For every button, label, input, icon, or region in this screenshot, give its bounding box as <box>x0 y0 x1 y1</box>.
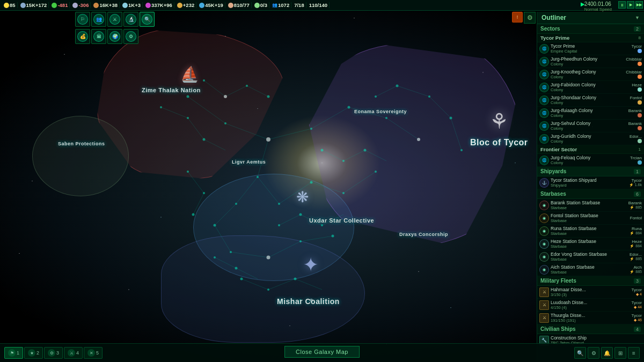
bottom-tab-1[interactable]: ⚑ 1 <box>4 347 23 359</box>
planet-jurg-sehvul[interactable]: 🌐 Jurg-Sehvul Colony Colony Barank <box>537 120 644 132</box>
shipyards-section-header[interactable]: Shipyards 1 <box>537 167 644 176</box>
bottom-tab-4[interactable]: ⚔ 4 <box>64 347 83 359</box>
fleet-thuurgla[interactable]: ⚔ Thuurgla Disse... 191/150 (191) Tycor … <box>537 312 644 324</box>
toolbar2-btn-3[interactable]: 🌍 <box>107 29 122 44</box>
toolbar2-btn-4[interactable]: ⚙ <box>123 29 138 44</box>
outliner-title: Outliner <box>541 14 566 21</box>
svg-point-77 <box>299 213 302 216</box>
planet-jurg-shondaar[interactable]: 🌐 Jurg-Shondaar Colony Colony Fontol <box>537 94 644 107</box>
planet-jurg-pheedhun[interactable]: 🌐 Jurg-Pheedhun Colony Colony Chibblar <box>537 55 644 68</box>
planet-jurg-ifuiaagh[interactable]: 🌐 Jurg-Ifuiaagh Colony Colony Barank <box>537 107 644 120</box>
fleet-hahmaar[interactable]: ⚔ Hahmaar Disse... 3/150 (3) Tycor ◆ 4 <box>537 286 644 299</box>
planet-type-2: Colony <box>551 62 624 67</box>
starbase-name-4: Heze Station Starbase <box>551 239 628 244</box>
outliner-options[interactable]: ▼ <box>635 15 640 20</box>
sectors-title: Sectors <box>540 26 560 32</box>
tycor-prime-subsection[interactable]: Tycor Prime 8 <box>537 34 644 42</box>
fleet-luudoash[interactable]: ⚔ Luudoash Disse... 4/150 (4) Tycor ◆ 44 <box>537 299 644 312</box>
planet-icon-1: 🌐 <box>539 44 549 54</box>
planet-tycor-prime[interactable]: 🌐 Tycor Prime Empire Capital Tycor <box>537 42 644 55</box>
starbases-section-header[interactable]: Starbases 6 <box>537 189 644 199</box>
shipyard-tycor-station[interactable]: ⚓ Tycor Station Shipyard Shipyard Tycor … <box>537 176 644 189</box>
close-galaxy-map-button[interactable]: Close Galaxy Map <box>284 346 360 358</box>
planet-type-5: Colony <box>551 100 628 105</box>
starbase-barank[interactable]: ◉ Barank Station Starbase Starbase Baran… <box>537 199 644 212</box>
planet-jurg-guriidh[interactable]: 🌐 Jurg-Guriidh Colony Colony Edor... <box>537 132 644 145</box>
tycor-prime-count: 8 <box>639 35 641 40</box>
admin2-value: 0/3 <box>260 2 267 8</box>
svg-point-62 <box>160 106 162 108</box>
admin1-icon <box>228 3 233 8</box>
bottom-tab-5[interactable]: ✕ 5 <box>84 347 103 359</box>
svg-point-80 <box>267 289 269 291</box>
game-speed-label: Normal Speed <box>584 7 612 12</box>
starbase-type-6: Starbase <box>551 270 628 275</box>
svg-point-63 <box>187 117 189 119</box>
toolbar-btn-1[interactable]: ⚐ <box>75 12 90 27</box>
bottom-tab-3[interactable]: ⚙ 3 <box>44 347 63 359</box>
notification-icon[interactable]: ! <box>512 12 523 23</box>
svg-line-2 <box>268 129 311 139</box>
starbase-edor-vong[interactable]: ◉ Edor Vong Station Starbase Starbase Ed… <box>537 250 644 263</box>
starbase-runa[interactable]: ◉ Runa Station Starbase Starbase Runa ⚡ … <box>537 225 644 238</box>
speed2-button[interactable]: ▶▶ <box>635 1 643 9</box>
planet-jurg-fabidoon[interactable]: 🌐 Jurg-Fabidoon Colony Colony Heze <box>537 81 644 94</box>
toolbar-btn-4[interactable]: 🔬 <box>123 12 138 27</box>
toolbar2: 💰 🏛 🌍 ⚙ <box>75 29 138 44</box>
resource-unity: +232 <box>175 2 196 8</box>
toolbar-btn-2[interactable]: 👥 <box>91 12 106 27</box>
planet-jurg-knootheg[interactable]: 🌐 Jurg-Knootheg Colony Colony Chibblar <box>537 68 644 81</box>
planet-type-3: Colony <box>551 75 624 79</box>
svg-line-15 <box>268 241 301 257</box>
bottom-tab-2[interactable]: ★ 2 <box>24 347 43 359</box>
starbase-type-3: Starbase <box>551 231 628 236</box>
starbase-name-2: Fontol Station Starbase <box>551 213 628 218</box>
grid-icon[interactable]: ⊞ <box>614 347 626 359</box>
ratio1-value: 7/18 <box>294 2 304 8</box>
svg-line-4 <box>349 107 386 118</box>
planet-type-9: Colony <box>551 160 628 165</box>
svg-point-48 <box>278 203 280 205</box>
svg-point-84 <box>235 267 238 270</box>
starbase-icon-1: ◉ <box>539 201 549 210</box>
civilian-ships-section-header[interactable]: Civilian Ships 4 <box>537 324 644 334</box>
toolbar-btn-3[interactable]: ⚔ <box>107 12 122 27</box>
starbase-fontol[interactable]: ◉ Fontol Station Starbase Starbase Fonto… <box>537 212 644 225</box>
bottom-tab-icon-2: ★ <box>28 349 35 357</box>
energy-value: 85 <box>10 2 16 8</box>
svg-line-23 <box>376 86 397 97</box>
svg-line-10 <box>343 172 376 193</box>
zoom-icon[interactable]: 🔍 <box>574 347 586 359</box>
svg-line-18 <box>225 86 247 97</box>
svg-point-40 <box>187 95 189 98</box>
settings-icon[interactable]: ⚙ <box>524 12 536 24</box>
alerts-icon[interactable]: 🔔 <box>601 347 613 359</box>
frontier-sector-subsection[interactable]: Frontier Sector 1 <box>537 145 644 154</box>
bottom-tab-icon-3: ⚙ <box>48 349 55 357</box>
game-speed-controls[interactable]: ⏸ ▶ ▶▶ <box>618 1 643 9</box>
bottom-bar: ⚑ 1 ★ 2 ⚙ 3 ⚔ 4 ✕ 5 Close Galaxy Map 🔍 ⚙… <box>0 343 644 362</box>
starbase-icon-2: ◉ <box>539 213 549 223</box>
menu-icon[interactable]: ≡ <box>628 347 640 359</box>
planet-owner-2: Chibblar <box>626 57 642 62</box>
toolbar-btn-5[interactable]: 🔍 <box>140 12 155 27</box>
starbase-aich[interactable]: ◉ Aich Station Starbase Starbase Aich ⚡ … <box>537 263 644 276</box>
planet-owner-6: Barank <box>628 108 642 113</box>
science-value: 45K+19 <box>205 2 223 8</box>
speed1-button[interactable]: ▶ <box>627 1 634 9</box>
planet-jurg-feloaq[interactable]: 🌐 Jurg-Feloaq Colony Colony Trcian <box>537 154 644 167</box>
svg-point-72 <box>364 149 367 152</box>
military-fleets-section-header[interactable]: Military Fleets 3 <box>537 276 644 286</box>
toolbar2-btn-2[interactable]: 🏛 <box>91 29 106 44</box>
map-settings-icon[interactable]: ⚙ <box>588 347 599 359</box>
starbase-owner-5: Edor... <box>630 252 642 257</box>
svg-line-29 <box>365 150 386 161</box>
svg-point-44 <box>348 106 350 109</box>
sectors-section-header[interactable]: Sectors 2 <box>537 24 644 34</box>
military-fleets-title: Military Fleets <box>540 278 576 284</box>
starbase-heze[interactable]: ◉ Heze Station Starbase Starbase Heze ⚡ … <box>537 238 644 250</box>
svg-line-30 <box>188 172 204 193</box>
pause-button[interactable]: ⏸ <box>618 1 626 9</box>
bottom-tab-icon-5: ✕ <box>87 349 95 357</box>
toolbar2-btn-1[interactable]: 💰 <box>75 29 90 44</box>
